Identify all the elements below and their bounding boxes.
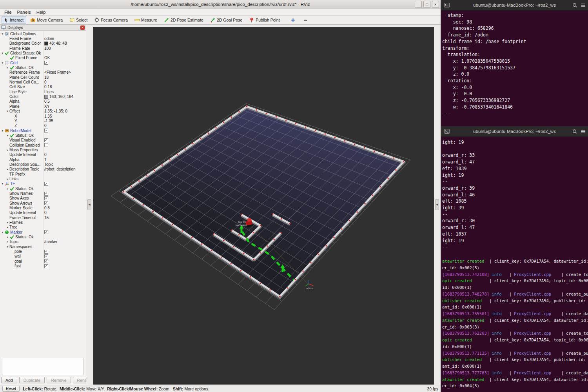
property-value[interactable]: 1 bbox=[44, 158, 47, 162]
remove-tool-button[interactable] bbox=[301, 16, 310, 24]
panel-splitter-right[interactable]: ◀ bbox=[434, 25, 441, 385]
duplicate-display-button[interactable]: Duplicate bbox=[19, 377, 45, 383]
row-frame-timeout[interactable]: Frame Timeout15 bbox=[0, 215, 86, 220]
terminal-middle-titlebar[interactable]: ubuntu@ubuntu-MacBookPro: ~/ros2_ws bbox=[441, 126, 588, 137]
row-pole[interactable]: pole✓ bbox=[0, 249, 86, 254]
expand-arrow-icon[interactable]: ▸ bbox=[6, 148, 9, 152]
row-fixed-frame[interactable]: Fixed FrameOK bbox=[0, 56, 86, 60]
row-z[interactable]: Z0 bbox=[0, 123, 86, 128]
property-value[interactable]: 0 bbox=[44, 152, 47, 157]
expand-arrow-icon[interactable]: ▸ bbox=[6, 187, 9, 191]
row-tf-prefix[interactable]: TF Prefix bbox=[0, 172, 86, 176]
property-value[interactable]: 48; 48; 48 bbox=[49, 41, 67, 45]
remove-display-button[interactable]: Remove bbox=[47, 377, 71, 383]
collapse-arrow-icon[interactable]: ▾ bbox=[1, 61, 4, 65]
tool-measure[interactable]: Measure bbox=[133, 16, 160, 24]
reset-button[interactable]: Reset bbox=[2, 386, 20, 392]
row-tf[interactable]: ▾TF✓ bbox=[0, 181, 86, 186]
property-value[interactable]: <Fixed Frame> bbox=[44, 70, 71, 74]
search-icon[interactable] bbox=[572, 129, 578, 134]
row-topic[interactable]: ▸Topic/marker bbox=[0, 240, 86, 244]
collapse-arrow-icon[interactable]: ▾ bbox=[1, 182, 4, 185]
expand-arrow-icon[interactable]: ▸ bbox=[6, 134, 9, 137]
checkbox[interactable]: ✓ bbox=[44, 264, 48, 268]
checkbox[interactable]: ✓ bbox=[44, 250, 48, 254]
row-global-options[interactable]: ▾Global Options bbox=[0, 31, 86, 36]
close-button[interactable]: × bbox=[432, 1, 439, 8]
row-offset[interactable]: ▾Offset1.35; -1.35; 0 bbox=[0, 109, 86, 114]
terminal-log-body[interactable]: atawriter created | client_key: 0x7DA17A… bbox=[441, 256, 588, 392]
checkbox[interactable]: ✓ bbox=[44, 196, 48, 200]
row-visual-enabled[interactable]: Visual Enabled✓ bbox=[0, 138, 86, 143]
property-value[interactable]: /robot_description bbox=[44, 167, 76, 171]
row-update-interval[interactable]: Update Interval0 bbox=[0, 152, 86, 157]
collapse-arrow-icon[interactable]: ▾ bbox=[1, 32, 4, 36]
row-plane[interactable]: PlaneXY bbox=[0, 104, 86, 109]
property-value[interactable]: XY bbox=[44, 104, 49, 109]
row-wall[interactable]: wall✓ bbox=[0, 254, 86, 259]
property-value[interactable]: 1.35; -1.35; 0 bbox=[44, 109, 67, 113]
collapse-arrow-icon[interactable]: ▾ bbox=[6, 109, 9, 113]
expand-arrow-icon[interactable]: ▸ bbox=[6, 225, 9, 229]
property-value[interactable]: 160; 160; 164 bbox=[49, 94, 73, 99]
checkbox[interactable]: ✓ bbox=[44, 182, 48, 186]
displays-panel-header[interactable]: Displays × bbox=[0, 25, 86, 31]
checkbox[interactable] bbox=[44, 143, 48, 147]
property-value[interactable]: 1.35 bbox=[44, 114, 52, 118]
collapse-arrow-icon[interactable]: ▾ bbox=[6, 245, 9, 249]
row-global-status-ok[interactable]: ▾Global Status: Ok bbox=[0, 51, 86, 55]
checkbox[interactable]: ✓ bbox=[44, 201, 48, 205]
row-y[interactable]: Y-1.35 bbox=[0, 118, 86, 123]
add-tool-button[interactable] bbox=[289, 16, 298, 24]
row-status-ok[interactable]: ▸Status: Ok bbox=[0, 65, 86, 70]
row-description-sou[interactable]: Description Sou...Topic bbox=[0, 162, 86, 167]
row-background-color[interactable]: Background Color48; 48; 48 bbox=[0, 41, 86, 46]
row-fast[interactable]: fast✓ bbox=[0, 264, 86, 269]
row-show-arrows[interactable]: Show Arrows✓ bbox=[0, 201, 86, 205]
row-update-interval[interactable]: Update Interval0 bbox=[0, 211, 86, 215]
maximize-button[interactable]: □ bbox=[423, 1, 430, 8]
property-value[interactable]: 0 bbox=[44, 80, 47, 84]
menu-icon[interactable] bbox=[580, 129, 586, 134]
minimize-button[interactable]: – bbox=[415, 1, 422, 8]
property-value[interactable]: 0.5 bbox=[44, 99, 50, 103]
property-value[interactable]: 18 bbox=[44, 75, 49, 80]
panel-splitter-left[interactable]: ◀ bbox=[86, 25, 93, 385]
row-marker-scale[interactable]: Marker Scale0.3 bbox=[0, 205, 86, 210]
collapse-arrow-icon[interactable]: ▾ bbox=[1, 129, 4, 132]
tool-2d-pose-estimate[interactable]: 2D Pose Estimate bbox=[162, 16, 206, 24]
checkbox[interactable]: ✓ bbox=[44, 192, 48, 196]
row-goal[interactable]: goal✓ bbox=[0, 259, 86, 263]
tool-move-camera[interactable]: Move Camera bbox=[29, 16, 65, 24]
tool-interact[interactable]: Interact bbox=[2, 16, 26, 24]
row-cell-size[interactable]: Cell Size0.18 bbox=[0, 85, 86, 89]
menu-help[interactable]: Help bbox=[34, 10, 49, 15]
expand-arrow-icon[interactable]: ▸ bbox=[6, 177, 9, 181]
row-mass-properties[interactable]: ▸Mass Properties bbox=[0, 147, 86, 152]
property-value[interactable]: 0 bbox=[44, 123, 47, 128]
collapse-arrow-icon[interactable]: ▾ bbox=[1, 230, 4, 234]
checkbox[interactable]: ✓ bbox=[44, 138, 48, 142]
row-reference-frame[interactable]: Reference Frame<Fixed Frame> bbox=[0, 70, 86, 75]
terminal-top-titlebar[interactable]: ubuntu@ubuntu-MacBookPro: ~/ros2_ws bbox=[441, 0, 588, 11]
menu-file[interactable]: File bbox=[2, 10, 15, 15]
collapse-left-icon[interactable]: ◀ bbox=[87, 199, 91, 210]
row-status-ok[interactable]: ▸Status: Ok bbox=[0, 133, 86, 138]
tool-focus-camera[interactable]: Focus Camera bbox=[93, 16, 131, 24]
row-line-style[interactable]: Line StyleLines bbox=[0, 89, 86, 94]
row-namespaces[interactable]: ▾Namespaces bbox=[0, 244, 86, 249]
checkbox[interactable]: ✓ bbox=[44, 230, 48, 234]
menu-icon[interactable] bbox=[580, 2, 586, 8]
row-links[interactable]: ▸Links bbox=[0, 176, 86, 181]
terminal-top-body[interactable]: stamp: sec: 98 nanosec: 658296 frame_id:… bbox=[441, 11, 588, 126]
property-value[interactable]: OK bbox=[44, 56, 50, 60]
row-status-ok[interactable]: ▸Status: Ok bbox=[0, 186, 86, 191]
row-grid[interactable]: ▾Grid✓ bbox=[0, 60, 86, 65]
3d-viewport[interactable]: base_linkbase_footprintodom bbox=[93, 27, 434, 385]
property-value[interactable]: 15 bbox=[44, 216, 49, 220]
expand-arrow-icon[interactable]: ▸ bbox=[6, 167, 9, 171]
expand-arrow-icon[interactable]: ▸ bbox=[6, 240, 9, 243]
row-normal-cell-co[interactable]: Normal Cell Co...0 bbox=[0, 80, 86, 84]
row-robotmodel[interactable]: ▾RobotModel✓ bbox=[0, 128, 86, 133]
panel-close-button[interactable]: × bbox=[80, 25, 85, 30]
